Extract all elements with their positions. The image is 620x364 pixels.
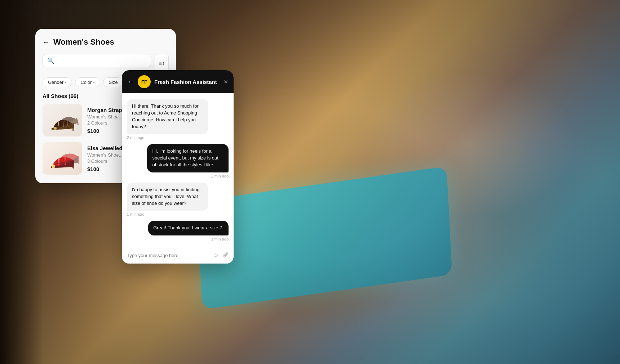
message-bubble-3: I'm happy to assist you in finding somet… (127, 183, 208, 211)
search-input[interactable] (57, 58, 146, 64)
attach-button[interactable] (223, 252, 229, 259)
svg-point-14 (53, 166, 54, 167)
chat-avatar: FF (138, 75, 151, 88)
chat-panel: ← FF Fresh Fashion Assistant × Hi there!… (122, 70, 234, 264)
panel-header: ← Women's Shoes (43, 37, 169, 47)
chat-input-area: ☺ (122, 247, 234, 264)
message-sent-2: Great! Thank you! I wear a size 7. 1 min… (127, 221, 229, 241)
chevron-down-icon: ▾ (65, 80, 67, 84)
chat-header: ← FF Fresh Fashion Assistant × (122, 70, 234, 93)
chat-messages: Hi there! Thank you so much for reaching… (122, 93, 234, 247)
search-bar: 🔍 (43, 54, 151, 67)
message-time-4: 1 min ago (211, 237, 229, 241)
message-bubble-1: Hi there! Thank you so much for reaching… (127, 99, 208, 134)
message-received-2: I'm happy to assist you in finding somet… (127, 183, 229, 217)
chat-input[interactable] (127, 253, 209, 258)
color-filter-chip[interactable]: Color ▾ (75, 77, 100, 87)
emoji-button[interactable]: ☺ (213, 252, 219, 259)
chevron-down-icon: ▾ (93, 80, 95, 84)
svg-point-5 (54, 127, 56, 129)
message-time-2: 2 min ago (211, 174, 229, 178)
size-filter-chip[interactable]: Size (103, 77, 123, 87)
message-bubble-4: Great! Thank you! I wear a size 7. (148, 221, 229, 235)
message-sent-1: Hi, I'm looking for heels for a special … (127, 144, 229, 178)
product-image-2 (43, 142, 82, 175)
sort-filter-button[interactable]: ≡↕ (155, 54, 169, 72)
message-bubble-2: Hi, I'm looking for heels for a special … (147, 144, 229, 172)
message-received-1: Hi there! Thank you so much for reaching… (127, 99, 229, 140)
product-image-1 (43, 104, 82, 136)
chat-title: Fresh Fashion Assistant (154, 79, 220, 85)
chat-close-button[interactable]: × (224, 78, 228, 86)
panel-title: Women's Shoes (53, 37, 114, 47)
shoe-illustration-2 (46, 148, 79, 169)
shoe-illustration-1 (46, 109, 79, 131)
message-time-3: 1 min ago (127, 212, 144, 216)
gender-filter-chip[interactable]: Gender ▾ (43, 77, 72, 87)
message-time-1: 2 min ago (127, 135, 144, 140)
paperclip-icon (223, 252, 229, 258)
search-icon: 🔍 (47, 57, 54, 64)
chat-back-button[interactable]: ← (128, 78, 134, 86)
back-button[interactable]: ← (43, 38, 50, 46)
